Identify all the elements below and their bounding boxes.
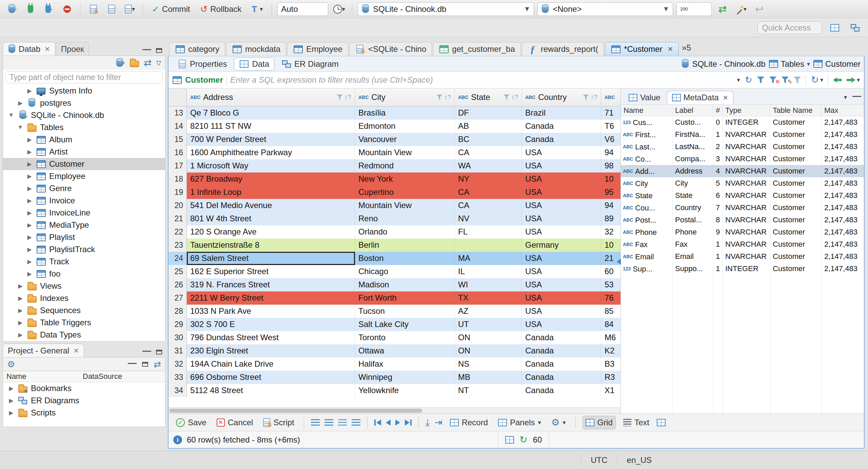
- tree-item[interactable]: ▶ Table Triggers: [3, 317, 165, 329]
- commit-mode-select[interactable]: Auto: [277, 2, 328, 16]
- breadcrumb-entity[interactable]: Customer: [813, 59, 861, 69]
- cell-country[interactable]: Canada: [522, 133, 601, 146]
- cell-city[interactable]: Chicago: [355, 265, 455, 278]
- row-number[interactable]: 14: [169, 120, 187, 133]
- collapse-all-icon[interactable]: [128, 363, 137, 366]
- cell-postalcode[interactable]: 94: [601, 199, 620, 212]
- fetch-all-icon[interactable]: ⇥: [434, 418, 442, 427]
- tree-item[interactable]: ▶ Playlist: [3, 231, 165, 243]
- column-name[interactable]: Name: [3, 372, 83, 381]
- tree-item[interactable]: ▶ Customer: [3, 158, 165, 170]
- row-number[interactable]: 24: [169, 252, 187, 265]
- cell-country[interactable]: USA: [522, 199, 601, 212]
- expand-arrow-icon[interactable]: ▶: [26, 270, 33, 278]
- cell-address[interactable]: Tauentzienstraße 8: [187, 239, 355, 252]
- cell-address[interactable]: 120 S Orange Ave: [187, 225, 355, 239]
- link-with-editor-icon[interactable]: ⇄: [144, 58, 152, 68]
- column-filter-icon[interactable]: [337, 95, 343, 100]
- nav-forward-icon[interactable]: ▾: [847, 76, 860, 84]
- tree-item[interactable]: ▶ Data Types: [3, 329, 165, 341]
- close-icon[interactable]: ✕: [723, 94, 728, 102]
- expand-arrow-icon[interactable]: ▶: [26, 246, 33, 253]
- expand-arrow-icon[interactable]: ▶: [26, 161, 33, 168]
- cell-city[interactable]: Berlin: [355, 239, 455, 252]
- cell-city[interactable]: Mountain View: [355, 146, 455, 159]
- sort-filter-icons[interactable]: ↕?: [503, 94, 518, 101]
- cell-address[interactable]: 627 Broadway: [187, 172, 355, 186]
- cell-state[interactable]: MA: [455, 252, 522, 265]
- add-folder-icon[interactable]: [130, 59, 139, 67]
- cell-address[interactable]: 2211 W Berry Street: [187, 291, 355, 305]
- cell-address[interactable]: 319 N. Frances Street: [187, 278, 355, 291]
- cell-address[interactable]: 1 Infinite Loop: [187, 186, 355, 199]
- grid-view-button[interactable]: Grid: [583, 416, 616, 429]
- metadata-row[interactable]: ABCPhone Phone 9 NVARCHAR Customer 2,147…: [621, 226, 864, 238]
- cell-address[interactable]: 541 Del Medio Avenue: [187, 199, 355, 212]
- tree-item[interactable]: ▶ Employee: [3, 170, 165, 182]
- editor-tab[interactable]: Employee ✕: [287, 42, 348, 56]
- minimize-icon[interactable]: [852, 96, 861, 99]
- cell-city[interactable]: Brasília: [355, 106, 455, 120]
- expand-arrow-icon[interactable]: ▶: [17, 307, 24, 314]
- metadata-row[interactable]: ABCFax Fax 1 NVARCHAR Customer 2,147,483: [621, 238, 864, 250]
- col-ordinal[interactable]: #: [713, 105, 723, 116]
- project-tree-item[interactable]: ▶ Scripts: [3, 407, 165, 419]
- edit-row-icon[interactable]: [352, 419, 360, 426]
- cell-postalcode[interactable]: 53: [601, 278, 620, 291]
- metadata-row[interactable]: ABCAdd... Address 4 NVARCHAR Customer 2,…: [621, 165, 864, 177]
- cell-state[interactable]: NS: [455, 358, 522, 371]
- row-number[interactable]: 31: [169, 344, 187, 358]
- cell-state[interactable]: CA: [455, 146, 522, 159]
- cell-state[interactable]: BC: [455, 133, 522, 146]
- row-number[interactable]: 28: [169, 305, 187, 318]
- editor-tab[interactable]: category ✕: [169, 42, 225, 56]
- col-max-length[interactable]: Max: [822, 105, 864, 116]
- cell-postalcode[interactable]: 89: [601, 212, 620, 225]
- tree-item[interactable]: ▶ System Info: [3, 85, 165, 97]
- nav-back-icon[interactable]: [833, 77, 842, 83]
- row-number[interactable]: 15: [169, 133, 187, 146]
- previous-row-icon[interactable]: [386, 420, 391, 426]
- cell-postalcode[interactable]: T6: [601, 120, 620, 133]
- metadata-row[interactable]: ABCCou... Country 7 NVARCHAR Customer 2,…: [621, 202, 864, 214]
- cell-postalcode[interactable]: B3: [601, 358, 620, 371]
- row-number[interactable]: 29: [169, 318, 187, 331]
- expand-arrow-icon[interactable]: ▶: [26, 234, 33, 241]
- expand-arrow-icon[interactable]: ▶: [26, 258, 33, 265]
- filter-icon[interactable]: [757, 77, 764, 83]
- cell-postalcode[interactable]: 60: [601, 265, 620, 278]
- row-number[interactable]: 13: [169, 106, 187, 120]
- cell-country[interactable]: USA: [522, 172, 601, 186]
- text-view-button[interactable]: Text: [620, 416, 652, 429]
- column-header[interactable]: ABC City ↕?: [355, 88, 455, 106]
- tree-item[interactable]: ▶ Invoice: [3, 195, 165, 207]
- row-number[interactable]: 18: [169, 172, 187, 186]
- expand-arrow-icon[interactable]: ▶: [17, 331, 24, 339]
- editor-tab[interactable]: ƒ rewards_report( ✕: [522, 42, 604, 56]
- row-number[interactable]: 23: [169, 239, 187, 252]
- result-subtab[interactable]: ER Diagram: [276, 58, 344, 70]
- cell-city[interactable]: Yellowknife: [355, 384, 455, 397]
- col-table-name[interactable]: Table Name: [770, 105, 822, 116]
- cell-country[interactable]: Germany: [522, 239, 601, 252]
- next-row-icon[interactable]: [395, 420, 400, 426]
- apply-filter-icon[interactable]: ↻: [745, 76, 752, 84]
- transaction-log-button[interactable]: T ▾: [248, 2, 266, 16]
- tree-item[interactable]: ▶ postgres: [3, 97, 165, 109]
- cell-city[interactable]: Edmonton: [355, 120, 455, 133]
- cell-country[interactable]: USA: [522, 186, 601, 199]
- object-filter-input[interactable]: [6, 71, 162, 83]
- metadata-row[interactable]: ABCPost... Postal... 8 NVARCHAR Customer…: [621, 214, 864, 226]
- cell-address[interactable]: 162 E Superior Street: [187, 265, 355, 278]
- cell-address[interactable]: 194A Chain Lake Drive: [187, 358, 355, 371]
- cell-state[interactable]: NV: [455, 212, 522, 225]
- project-tree-item[interactable]: ▶ ER Diagrams: [3, 394, 165, 407]
- row-number[interactable]: 27: [169, 291, 187, 305]
- cell-postalcode[interactable]: 98: [601, 159, 620, 172]
- cell-country[interactable]: USA: [522, 305, 601, 318]
- panel-splitter[interactable]: [165, 37, 168, 451]
- tree-item[interactable]: ▶ Indexes: [3, 292, 165, 304]
- cell-city[interactable]: Redmond: [355, 159, 455, 172]
- tree-item[interactable]: ▶ PlaylistTrack: [3, 243, 165, 256]
- expand-arrow-icon[interactable]: ▶: [26, 209, 33, 217]
